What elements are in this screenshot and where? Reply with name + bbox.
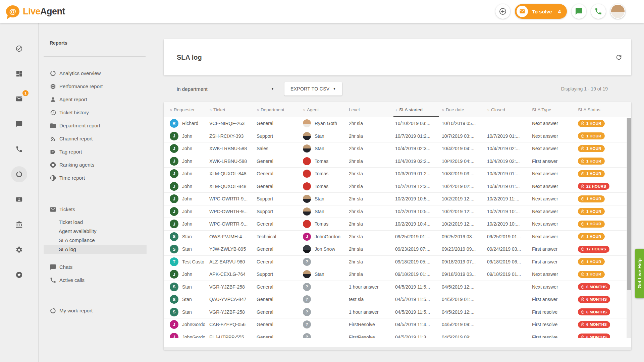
sort-icon: ↑↓ — [442, 108, 444, 112]
ticket-code: WPC-OWRTR-9... — [209, 209, 257, 214]
ticket-code: WPC-OWRTR-9... — [209, 221, 257, 227]
sidebar-item-department-report[interactable]: Department report — [39, 119, 152, 132]
sla-status-badge: 1 HOUR — [578, 221, 605, 228]
requester-name: Richard — [182, 121, 198, 126]
table-row[interactable]: JJohnXLM-QUXOL-848GeneralTomas2hr sla10/… — [164, 180, 631, 193]
rail-customers[interactable] — [11, 191, 27, 207]
requester-avatar: J — [170, 132, 178, 140]
vertical-scrollbar[interactable] — [627, 118, 631, 338]
requester-avatar: T — [170, 257, 178, 266]
scrollbar-thumb[interactable] — [627, 118, 631, 290]
rail-reports[interactable] — [11, 166, 27, 182]
column-label: Department — [261, 107, 284, 112]
column-header-sla-status[interactable]: SLA Status — [578, 102, 631, 117]
table-row[interactable]: JJohnZSH-RCIXY-393SupportStan2hr sla10/7… — [164, 130, 631, 143]
column-header-due-date[interactable]: ↑↓Due date — [442, 102, 487, 117]
requester-name: John — [182, 133, 192, 139]
column-header-requester[interactable]: ↑↓Requester — [170, 102, 209, 117]
department: General — [257, 221, 303, 227]
add-button[interactable] — [495, 4, 510, 19]
ticket-code: VCE-NIRQF-263 — [209, 121, 257, 126]
sidebar-item-active-calls[interactable]: Active calls — [39, 274, 152, 287]
sidebar-item-channel-report[interactable]: Channel report — [39, 132, 152, 145]
timer-icon — [581, 134, 585, 138]
timer-icon — [581, 197, 585, 201]
rail-settings[interactable] — [11, 242, 27, 258]
sidebar-item-time-report[interactable]: Time report — [39, 171, 152, 184]
sla-type: First resolve — [532, 322, 578, 327]
due-date: 09/25/2019 03... — [442, 234, 487, 239]
sidebar-item-tag-report[interactable]: Tag report — [39, 145, 152, 158]
sla-started: 04/5/2019 11:5... — [395, 297, 442, 302]
rail-tasks[interactable] — [11, 41, 27, 57]
rail-addons[interactable] — [11, 267, 27, 283]
table-row[interactable]: RRichardVCE-NIRQF-263GeneralRyan Goth2hr… — [164, 117, 631, 130]
column-header-sla-type[interactable]: SLA Type — [532, 102, 578, 117]
sidebar-subitem-sla-log[interactable]: SLA log — [44, 245, 147, 254]
column-header-level[interactable]: Level — [349, 102, 395, 117]
department: General — [257, 322, 303, 327]
sla-started: 10/2/2019 10:4... — [395, 221, 442, 227]
table-row[interactable]: SStanVGR-YJZBF-258General?1 hour answer0… — [164, 281, 631, 294]
get-live-help-tab[interactable]: Get Live Help — [635, 249, 644, 298]
department-filter-dropdown[interactable]: in department ▼ — [177, 86, 274, 92]
to-solve-button[interactable]: To solve 4 — [515, 4, 567, 19]
sidebar-item-tickets[interactable]: Tickets — [39, 203, 152, 216]
table-row[interactable]: SStanVGR-YJZBF-258General?1 hour answer0… — [164, 306, 631, 319]
agent-name: Stan — [315, 209, 324, 214]
rail-calls[interactable] — [11, 141, 27, 157]
export-to-csv-button[interactable]: EXPORT TO CSV ▼ — [284, 82, 342, 96]
table-row[interactable]: SStanYJW-ZWLYB-895GeneralJon Snow2hr sla… — [164, 243, 631, 256]
column-header-closed[interactable]: ↑↓Closed — [487, 102, 532, 117]
sidebar-item-analytics-overview[interactable]: Analytics overview — [39, 67, 152, 80]
sidebar-item-ranking-agents[interactable]: Ranking agents — [39, 158, 152, 171]
agent-avatar — [303, 245, 311, 253]
table-row[interactable]: JJohnWPC-OWRTR-9...SupportStan2hr sla10/… — [164, 205, 631, 218]
table-row[interactable]: JJohnXLM-QUXOL-848GeneralTomas2hr sla10/… — [164, 168, 631, 180]
requester-name: Stan — [182, 297, 192, 302]
refresh-button[interactable] — [615, 54, 623, 61]
department: General — [257, 297, 303, 302]
column-header-department[interactable]: ↑↓Department — [257, 102, 303, 117]
topbar-actions: To solve 4 — [495, 4, 644, 19]
table-row[interactable]: JJohnGordoELJ-UTPPP-555General?FirstReso… — [164, 331, 631, 338]
rail-tickets[interactable]: 1 — [11, 91, 27, 107]
table-row[interactable]: JJohnGordoCAB-FZEPQ-056General?FirstReso… — [164, 318, 631, 331]
calls-button[interactable] — [591, 4, 606, 19]
requester-name: John — [182, 159, 192, 164]
sidebar-subitem-ticket-load[interactable]: Ticket load — [44, 218, 147, 227]
table-row[interactable]: JJohnWPC-OWRTR-9...SupportStan2hr sla10/… — [164, 193, 631, 205]
requester-avatar: J — [170, 182, 178, 191]
sidebar-subitem-agent-availability[interactable]: Agent availability — [44, 227, 147, 236]
column-header-agent[interactable]: ↑↓Agent — [303, 102, 349, 117]
table-row[interactable]: SStanOWS-FVJMH-4...TechnicalJJohnGordon2… — [164, 231, 631, 243]
sidebar-subitem-sla-compliance[interactable]: SLA compliance — [44, 236, 147, 245]
table-footer — [164, 338, 631, 350]
sidebar-item-chats[interactable]: Chats — [39, 260, 152, 274]
horizontal-scrollbar[interactable] — [164, 347, 631, 350]
column-label: Due date — [446, 107, 464, 112]
agent-avatar — [303, 195, 311, 203]
chats-button[interactable] — [572, 4, 586, 19]
sla-type: Next answer — [532, 146, 578, 151]
sidebar-item-ticket-history[interactable]: Ticket history — [39, 106, 152, 119]
requester-avatar: J — [170, 169, 178, 178]
table-row[interactable]: JJohnXWK-LRBNU-588GeneralTomas2hr sla10/… — [164, 155, 631, 168]
sort-icon: ↑↓ — [170, 108, 172, 112]
sort-icon: ↑↓ — [257, 108, 259, 112]
table-row[interactable]: TTest CustoALZ-EARVU-980General?2hr sla0… — [164, 256, 631, 268]
user-avatar[interactable] — [610, 4, 625, 19]
sidebar-item-my-work-report[interactable]: My work report — [39, 304, 152, 317]
sidebar-item-performance-report[interactable]: Performance report — [39, 80, 152, 93]
table-row[interactable]: JJohnAPK-CEXLG-764SupportStan2hr sla09/1… — [164, 268, 631, 281]
table-row[interactable]: SStanQAU-YVPCA-847General?test sla04/5/2… — [164, 293, 631, 306]
rail-dashboard[interactable] — [11, 66, 27, 82]
rail-chats[interactable] — [11, 116, 27, 132]
requester-name: John — [182, 171, 192, 176]
table-row[interactable]: JJohnXWK-LRBNU-588SalesStan2hr sla10/4/2… — [164, 142, 631, 155]
column-header-ticket[interactable]: ↑↓Ticket — [209, 102, 257, 117]
rail-company[interactable] — [11, 217, 27, 233]
table-row[interactable]: JJohnWPC-OWRTR-9...GeneralTomas2hr sla10… — [164, 218, 631, 231]
sidebar-item-agent-report[interactable]: Agent report — [39, 93, 152, 106]
column-header-sla-started[interactable]: ↓SLA started — [395, 102, 442, 117]
